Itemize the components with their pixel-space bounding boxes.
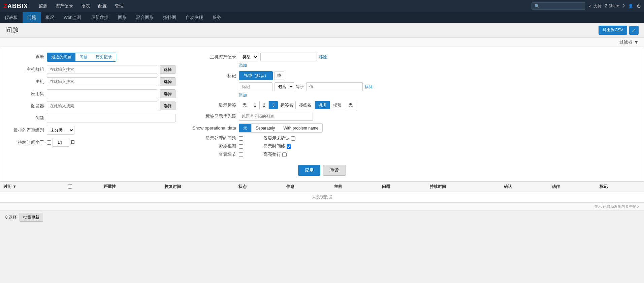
highlight-checkbox[interactable] — [282, 152, 287, 157]
tag-name-input[interactable] — [239, 82, 272, 91]
ops-separately-button[interactable]: Separately — [252, 124, 279, 132]
col-actions: 动作 — [548, 182, 596, 192]
tab-recent-problems[interactable]: 最近的问题 — [47, 53, 75, 61]
title-actions: 导出到CSV ⤢ — [599, 26, 639, 35]
host-label: 主机 — [7, 79, 44, 85]
action-buttons: 应用 重设 — [7, 165, 637, 176]
global-search-input[interactable] — [541, 4, 581, 8]
export-csv-button[interactable]: 导出到CSV — [599, 26, 627, 35]
ops-none-button[interactable]: 无 — [239, 124, 252, 132]
top-nav-right: 🔍 ✓ 支持 Z Share ? 👤 ⏻ — [532, 2, 641, 10]
logo: ZABBIX — [3, 3, 28, 10]
reset-button[interactable]: 重设 — [323, 165, 346, 176]
duration-checkbox-row: 14 日 — [47, 138, 75, 147]
menu-assets[interactable]: 资产记录 — [52, 0, 77, 12]
severity-select[interactable]: 未分类 信息 警告 一般严重 严重 灾难 — [47, 126, 74, 135]
inventory-value-input[interactable] — [260, 53, 317, 61]
apply-button[interactable]: 应用 — [298, 165, 320, 176]
tag-equals-label: 等于 — [296, 84, 304, 90]
show-ops-row: Show operational data 无 Separately With … — [189, 123, 637, 133]
share-link[interactable]: Z Share — [605, 4, 619, 8]
app-select-button[interactable]: 选择 — [160, 89, 175, 98]
tab-history[interactable]: 历史记录 — [92, 53, 116, 61]
show-details-checkbox[interactable] — [239, 152, 243, 157]
show-details-label: 查看细节 — [189, 151, 236, 158]
host-select-button[interactable]: 选择 — [160, 77, 175, 86]
display-tags-toggle-group: 无 1 2 3 — [239, 101, 278, 109]
menu-config[interactable]: 配置 — [94, 0, 111, 12]
tag-priority-label: 标签显示优先级 — [189, 113, 236, 119]
inventory-add-link[interactable]: 添加 — [239, 63, 247, 68]
compact-checkbox[interactable] — [239, 144, 243, 149]
filter-label: 过滤器 — [619, 39, 633, 45]
problem-input[interactable] — [47, 114, 175, 122]
only-unack-checkbox[interactable] — [291, 136, 295, 141]
display-tags-1[interactable]: 1 — [250, 101, 260, 109]
batch-update-button[interactable]: 批量更新 — [20, 213, 43, 222]
nav-problems[interactable]: 问题 — [23, 12, 41, 23]
display-tags-2[interactable]: 2 — [260, 101, 269, 109]
col-problem: 问题 — [379, 182, 426, 192]
tag-operator-or-button[interactable]: 或 — [274, 72, 284, 80]
view-label: 查看 — [7, 54, 44, 60]
nav-services[interactable]: 服务 — [208, 12, 226, 23]
trigger-input[interactable] — [47, 102, 157, 110]
menu-monitor[interactable]: 监测 — [35, 0, 52, 12]
display-tags-none[interactable]: 无 — [239, 101, 250, 109]
show-timeline-checkbox[interactable] — [287, 144, 291, 149]
filter-panel: 查看 最近的问题 问题 历史记录 主机群组 选择 主机 — [0, 47, 644, 181]
nav-discovery[interactable]: 自动发现 — [181, 12, 208, 23]
tag-add-link[interactable]: 添加 — [239, 93, 247, 97]
select-all-checkbox[interactable] — [68, 184, 72, 189]
tag-priority-input[interactable] — [239, 112, 313, 121]
only-unack-label: 仅显示未确认 — [263, 135, 290, 141]
duration-input[interactable]: 14 — [53, 138, 69, 147]
nav-maps[interactable]: 拓扑图 — [158, 12, 181, 23]
col-severity: 严重性 — [100, 182, 161, 192]
search-icon: 🔍 — [535, 4, 540, 8]
display-tags-3[interactable]: 3 — [269, 101, 278, 109]
inventory-fields: 类型 名称 OS 地点 移除 — [239, 53, 327, 61]
expand-button[interactable]: ⤢ — [629, 26, 639, 35]
menu-admin[interactable]: 管理 — [111, 0, 128, 12]
host-group-input[interactable] — [47, 65, 157, 74]
logout-icon[interactable]: ⏻ — [637, 4, 641, 8]
global-search-box[interactable]: 🔍 — [532, 2, 585, 10]
nav-webmon[interactable]: Web监测 — [59, 12, 86, 23]
col-time[interactable]: 时间 ▼ — [0, 182, 64, 192]
tag-display-tagname[interactable]: 标签名 — [296, 101, 315, 109]
nav-overview[interactable]: 概况 — [41, 12, 59, 23]
tag-value-input[interactable] — [306, 82, 363, 91]
help-icon[interactable]: ? — [622, 4, 625, 8]
show-suppressed-checkbox[interactable] — [239, 136, 243, 141]
top-navbar: ZABBIX 监测 资产记录 报表 配置 管理 🔍 ✓ 支持 Z Share ?… — [0, 0, 644, 12]
support-link[interactable]: ✓ 支持 — [589, 3, 601, 9]
nav-graphs[interactable]: 图形 — [113, 12, 131, 23]
filter-icon[interactable]: ▼ — [634, 39, 639, 45]
app-input[interactable] — [47, 89, 157, 98]
trigger-select-button[interactable]: 选择 — [160, 102, 175, 110]
inventory-type-select[interactable]: 类型 名称 OS 地点 — [239, 53, 258, 61]
tag-display-full[interactable]: 填满 — [315, 101, 330, 109]
tag-remove-link[interactable]: 移除 — [365, 84, 373, 90]
menu-reports[interactable]: 报表 — [77, 0, 94, 12]
nav-dashboard[interactable]: 仪表板 — [0, 12, 23, 23]
tag-display-toggle-group: 标签名 填满 缩短 无 — [295, 101, 356, 109]
col-ack: 确认 — [501, 182, 548, 192]
no-data-row: 未发现数据 — [0, 192, 644, 202]
inventory-remove-link[interactable]: 移除 — [319, 54, 327, 60]
tag-display-short[interactable]: 缩短 — [330, 101, 345, 109]
nav-latest[interactable]: 最新数据 — [86, 12, 113, 23]
tab-problems[interactable]: 问题 — [75, 53, 92, 61]
tag-operator-and-button[interactable]: 与/或（默认） — [239, 71, 273, 80]
duration-checkbox[interactable] — [47, 140, 51, 145]
tag-contains-select[interactable]: 包含 等于 — [275, 82, 294, 91]
filter-right-column: 主机资产记录 类型 名称 OS 地点 移除 添加 标记 — [189, 53, 637, 160]
tag-display-none[interactable]: 无 — [345, 101, 356, 109]
nav-screens[interactable]: 聚合图形 — [131, 12, 158, 23]
ops-with-problem-button[interactable]: With problem name — [279, 124, 322, 132]
host-input[interactable] — [47, 77, 157, 86]
user-icon[interactable]: 👤 — [628, 4, 633, 8]
host-group-select-button[interactable]: 选择 — [160, 65, 175, 74]
compact-row: 紧凑视图 显示时间线 — [189, 143, 637, 149]
